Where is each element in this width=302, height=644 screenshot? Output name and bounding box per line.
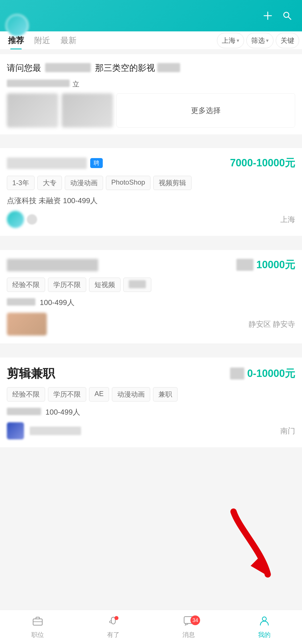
job-title-row-1: 聘	[7, 158, 103, 169]
job-title-3: 剪辑兼职	[7, 366, 55, 381]
job-tag: 1-3年	[7, 176, 35, 190]
company-avatar-1	[7, 211, 24, 228]
chevron-icon: ▾	[237, 37, 239, 44]
job-location-3: 南门	[280, 426, 295, 436]
job-tag: 兼职	[153, 387, 178, 401]
divider-3	[0, 348, 302, 353]
rec-image-2	[62, 93, 113, 128]
rec-images: 更多选择	[7, 93, 295, 128]
job-company-3: 100-499人	[7, 407, 295, 417]
blurred-text-2	[157, 63, 180, 72]
company-avatar-extra	[27, 214, 37, 225]
salary-blur	[236, 259, 253, 271]
job-tags-2: 经验不限 学历不限 短视频	[7, 278, 295, 292]
rec-title: 请问您最 那三类空的影视	[7, 62, 295, 74]
job-card-2[interactable]: 10000元 经验不限 学历不限 短视频 100-499人 静安区 静安寺	[0, 250, 302, 344]
company-avatar-3	[7, 422, 24, 439]
divider-1	[0, 139, 302, 144]
job-tags-1: 1-3年 大专 动漫动画 PhotoShop 视频剪辑	[7, 176, 295, 190]
app-header	[0, 0, 302, 31]
rec-sub-row: 立	[7, 80, 295, 89]
job-avatar-area-3	[7, 422, 81, 439]
tab-nearby[interactable]: 附近	[29, 31, 55, 50]
job-salary-1: 7000-10000元	[230, 156, 295, 170]
job-salary-2: 10000元	[236, 258, 295, 272]
blurred-text	[45, 63, 91, 72]
company-image-2	[7, 313, 47, 336]
job-card-1[interactable]: 聘 7000-10000元 1-3年 大专 动漫动画 PhotoShop 视频剪…	[0, 148, 302, 236]
job-company-2: 100-499人	[7, 298, 295, 308]
job-tag: AE	[89, 387, 109, 401]
nav-tabs: 推荐 附近 最新 上海 ▾ 筛选 ▾ 关键	[0, 31, 302, 50]
job-tag: 经验不限	[7, 278, 45, 292]
job-tag: 学历不限	[48, 387, 86, 401]
job-location-1: 上海	[280, 215, 295, 225]
job-header-2: 10000元	[7, 258, 295, 272]
recommendation-card: 请问您最 那三类空的影视 立 更多选择	[0, 54, 302, 134]
search-icon[interactable]	[281, 9, 293, 22]
job-badge-1: 聘	[90, 158, 103, 168]
rec-image-1	[7, 93, 58, 128]
job-title-blur-1	[7, 158, 87, 169]
job-tag: 经验不限	[7, 387, 45, 401]
job-header-1: 聘 7000-10000元	[7, 156, 295, 170]
chevron-icon: ▾	[266, 37, 269, 44]
job-footer-3: 南门	[7, 422, 295, 439]
job-title-row-2	[7, 259, 98, 271]
keyword-filter-btn[interactable]: 关键	[276, 33, 299, 48]
job-footer-1: 上海	[7, 211, 295, 228]
job-tag: 学历不限	[48, 278, 86, 292]
rec-more-button[interactable]: 更多选择	[116, 93, 295, 128]
divider-2	[0, 241, 302, 245]
job-avatar-area-2	[7, 313, 47, 336]
job-tag: 动漫动画	[65, 176, 103, 190]
job-tag: 视频剪辑	[153, 176, 192, 190]
job-tag: 动漫动画	[112, 387, 150, 401]
filter-btn[interactable]: 筛选 ▾	[246, 33, 273, 48]
job-location-2: 静安区 静安寺	[249, 319, 295, 329]
job-tag: 短视频	[89, 278, 120, 292]
job-footer-2: 静安区 静安寺	[7, 313, 295, 336]
header-icons	[261, 9, 293, 22]
job-tag-photoshop: PhotoShop	[106, 176, 151, 190]
city-filter-btn[interactable]: 上海 ▾	[217, 33, 244, 48]
job-company-1: 点涨科技 未融资 100-499人	[7, 196, 295, 206]
job-card-3[interactable]: 剪辑兼职 0-10000元 经验不限 学历不限 AE 动漫动画 兼职 100-4…	[0, 358, 302, 448]
job-tag	[123, 278, 151, 292]
company-name-blur-3	[30, 427, 81, 435]
job-tags-3: 经验不限 学历不限 AE 动漫动画 兼职	[7, 387, 295, 401]
main-content: 请问您最 那三类空的影视 立 更多选择 聘 7000-10000元 1-3年	[0, 54, 302, 492]
svg-line-3	[288, 17, 291, 19]
job-title-blur-2	[7, 259, 98, 271]
job-avatar-area-1	[7, 211, 37, 228]
add-icon[interactable]	[261, 9, 274, 22]
tab-recommend[interactable]: 推荐	[3, 31, 29, 50]
blurred-sub	[7, 80, 70, 87]
job-tag: 大专	[37, 176, 62, 190]
job-salary-3: 0-10000元	[230, 367, 295, 381]
job-header-3: 剪辑兼职 0-10000元	[7, 366, 295, 381]
tab-latest[interactable]: 最新	[55, 31, 82, 50]
